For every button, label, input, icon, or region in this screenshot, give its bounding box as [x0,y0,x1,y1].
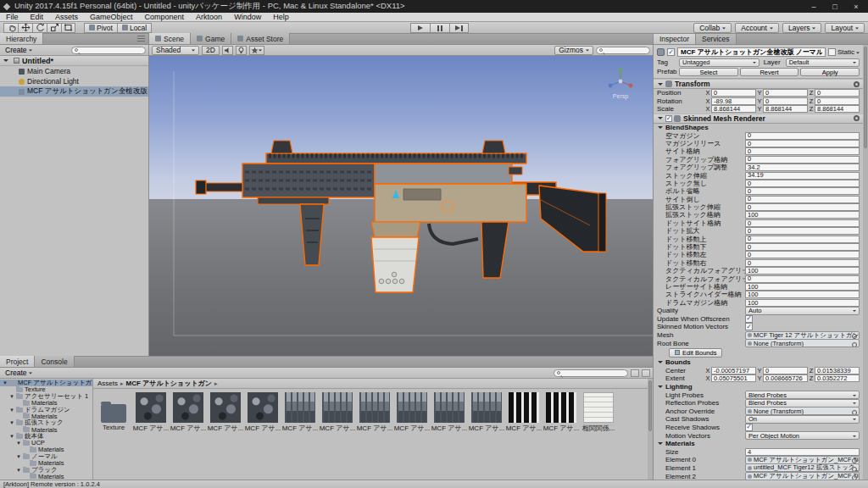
blendshape-value-field[interactable]: 0 [745,236,860,243]
asset-thumbnail[interactable] [397,392,427,423]
shading-mode-dropdown[interactable]: Shaded [152,46,199,55]
z-field[interactable]: 8.868144 [815,105,860,113]
gizmos-dropdown[interactable]: Gizmos [554,46,593,55]
blendshape-value-field[interactable]: 0 [745,243,860,251]
foldout-icon[interactable]: ▼ [16,454,21,459]
close-button[interactable]: × [848,1,865,12]
project-tree-item[interactable]: ▼ UCP [0,440,92,446]
view-tab[interactable]: Scene [149,33,191,44]
prefab-button[interactable]: Apply [800,68,860,76]
root-bone-object-field[interactable]: None (Transform) [745,339,860,347]
asset-item[interactable]: MCF アサ... [207,392,244,433]
blendshape-value-field[interactable]: 0 [745,259,860,267]
scene-audio-toggle-button[interactable] [222,46,233,55]
scene-root-row[interactable]: Untitled* [0,56,148,66]
view-tab[interactable]: Game [191,33,231,44]
static-checkbox[interactable] [828,48,836,56]
project-tree-item[interactable]: ▼ ドラムマガジン [0,407,92,413]
project-tree-item[interactable]: Texture [0,386,92,393]
hierarchy-item[interactable]: Directional Light [0,76,148,86]
asset-item[interactable]: MCF アサ... [244,392,281,433]
hierarchy-item[interactable]: Main Camera [0,66,148,76]
x-field[interactable]: -89.98 [711,97,756,105]
component-enabled-checkbox[interactable] [665,115,672,122]
blendshape-value-field[interactable]: 0 [745,156,860,164]
menu-item[interactable]: Component [139,13,191,22]
gear-icon[interactable] [854,115,860,121]
asset-item[interactable]: 相関関係... [580,392,617,433]
menu-item[interactable]: GameObject [84,13,139,22]
inspector-scrollbar[interactable] [863,45,868,480]
hierarchy-create-button[interactable]: Create [3,46,35,55]
menu-item[interactable]: Edit [25,13,50,22]
material-object-field[interactable]: MCF アサルトショットガン_MCF Tiger12 アク [745,472,860,480]
project-tree-item[interactable]: ▼ MCF アサルトショットガン [0,380,92,386]
asset-thumbnail[interactable] [583,392,614,423]
persp-label[interactable]: Persp [613,93,628,100]
project-tree-item[interactable]: Materials [0,446,92,453]
project-tree-item[interactable]: Materials [0,473,92,480]
foldout-icon[interactable] [658,361,663,366]
scene-viewport[interactable]: Persp [149,56,653,356]
asset-item[interactable]: MCF アサ... [431,392,468,433]
reflection-probes-dropdown[interactable]: Blend Probes [745,399,860,408]
asset-thumbnail[interactable] [322,392,353,423]
asset-item[interactable]: MCF アサ... [468,392,505,433]
scrollbar-thumb[interactable] [864,47,867,148]
asset-thumbnail[interactable] [210,392,241,423]
cast-shadows-dropdown[interactable]: On [745,415,860,424]
foldout-icon[interactable] [658,442,663,447]
asset-item[interactable]: MCF アサ... [505,392,542,433]
breadcrumb-assets[interactable]: Assets [97,380,118,387]
material-object-field[interactable]: untitled_MCF Tiger12 拡張ストック_Albedo1 [745,463,860,472]
asset-item[interactable]: MCF アサ... [132,392,170,433]
rotate-tool-button[interactable] [32,23,47,33]
blendshape-value-field[interactable]: 0 [745,203,860,211]
pivot-toggle-button[interactable]: Pivot [84,23,117,33]
blendshape-value-field[interactable]: 0 [745,140,860,147]
hierarchy-search-input[interactable] [71,47,146,54]
asset-thumbnail[interactable] [248,392,278,423]
menu-item[interactable]: Assets [49,13,84,22]
lighting-foldout[interactable]: Lighting [654,383,863,391]
search-by-type-button[interactable] [631,369,639,377]
menu-item[interactable]: Arktoon [190,13,228,22]
foldout-icon[interactable]: ▼ [3,380,8,385]
blendshape-value-field[interactable]: 100 [745,211,860,219]
asset-thumbnail[interactable] [173,392,203,423]
asset-thumbnail[interactable] [509,392,539,423]
mesh-object-field[interactable]: MCF Tiger 12 アサルトショットガン [745,331,860,340]
blendshape-value-field[interactable]: 0 [745,227,860,235]
pause-button[interactable] [430,23,449,33]
blendshape-value-field[interactable]: 0 [745,180,860,187]
foldout-icon[interactable] [658,83,663,88]
scrollbar-thumb[interactable] [648,380,652,431]
asset-thumbnail[interactable] [359,392,390,423]
prefab-button[interactable]: Revert [740,68,799,76]
project-tree-item[interactable]: ▼ 銃本体 [0,433,92,440]
toolbar-dropdown-button[interactable]: Layout [825,23,865,33]
prefab-button[interactable]: Select [679,68,738,76]
asset-item[interactable]: MCF アサ... [356,392,393,433]
blendshape-value-field[interactable]: 0 [745,251,860,258]
toolbar-dropdown-button[interactable]: Layers [782,23,822,33]
project-tree-item[interactable]: ▼ アクセサリーセット 1 [0,393,92,400]
project-tab[interactable]: Console [35,356,74,367]
project-tree-item[interactable]: Materials [0,460,92,467]
project-tree-item[interactable]: Materials [0,413,92,419]
edit-bounds-button[interactable]: Edit Bounds [669,348,722,358]
minimize-button[interactable]: – [805,1,822,12]
blendshape-value-field[interactable]: 0 [745,187,860,195]
gear-icon[interactable] [854,81,860,87]
scale-tool-button[interactable] [47,23,61,33]
project-tree-item[interactable]: ▼ ブラック [0,467,92,474]
blendshape-value-field[interactable]: 0 [745,196,860,203]
y-field[interactable]: 0 [763,89,808,97]
foldout-icon[interactable]: ▼ [9,420,14,425]
blendshape-value-field[interactable]: 100 [745,283,860,291]
skinned-motion-vectors-checkbox[interactable] [745,323,753,330]
step-button[interactable] [449,23,469,33]
tab-hierarchy[interactable]: Hierarchy [0,33,43,44]
transform-header[interactable]: Transform [654,79,863,89]
panel-menu-icon[interactable] [137,36,145,42]
